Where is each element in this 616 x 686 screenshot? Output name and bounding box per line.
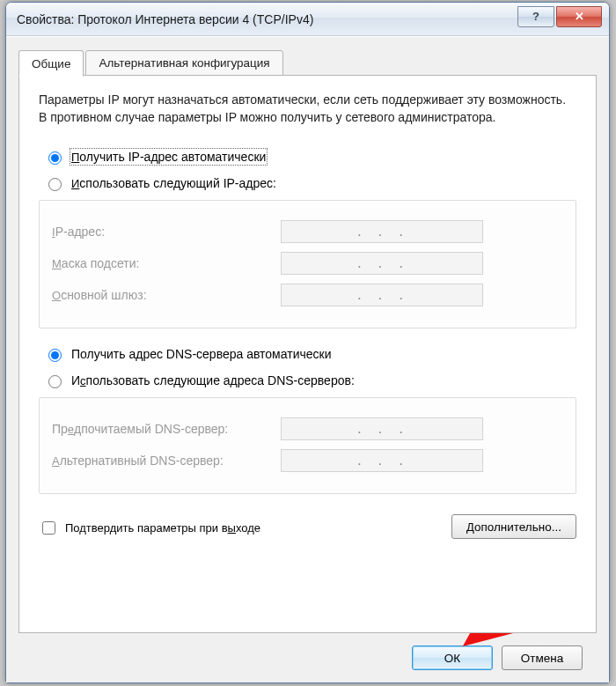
radio-ip-auto-row[interactable]: Получить IP-адрес автоматически	[44, 149, 576, 165]
radio-ip-manual-row[interactable]: Использовать следующий IP-адрес:	[44, 175, 576, 191]
radio-ip-auto[interactable]	[48, 151, 62, 165]
window-title: Свойства: Протокол Интернета версии 4 (T…	[17, 12, 517, 26]
titlebar-buttons: ? ✕	[517, 11, 602, 27]
intro-text: Параметры IP могут назначаться автоматич…	[39, 92, 576, 126]
help-button[interactable]: ?	[517, 6, 554, 27]
field-dns-pref: Предпочитаемый DNS-сервер: . . .	[52, 417, 563, 440]
advanced-button[interactable]: Дополнительно...	[451, 514, 576, 539]
tab-panel-general: Параметры IP могут назначаться автоматич…	[18, 75, 597, 633]
label-mask: Маска подсети:	[52, 256, 281, 270]
radio-dns-auto-row[interactable]: Получить адрес DNS-сервера автоматически	[44, 346, 576, 362]
close-button[interactable]: ✕	[556, 6, 602, 27]
titlebar[interactable]: Свойства: Протокол Интернета версии 4 (T…	[6, 3, 609, 36]
field-ip: IP-адрес: . . .	[52, 220, 563, 243]
label-dns-pref: Предпочитаемый DNS-сервер:	[52, 422, 281, 436]
radio-dns-auto-label: Получить адрес DNS-сервера автоматически	[71, 347, 331, 361]
dialog-window: Свойства: Протокол Интернета версии 4 (T…	[5, 2, 610, 683]
field-dns-alt: Альтернативный DNS-сервер: . . .	[52, 449, 563, 472]
close-icon: ✕	[575, 10, 584, 23]
radio-ip-manual[interactable]	[48, 178, 62, 191]
radio-dns-manual-row[interactable]: Использовать следующие адреса DNS-сервер…	[44, 373, 576, 388]
tab-general[interactable]: Общие	[18, 50, 84, 77]
field-gateway: Основной шлюз: . . .	[52, 284, 563, 306]
dns-fields-group: Предпочитаемый DNS-сервер: . . . Альтерн…	[39, 397, 576, 494]
radio-ip-auto-label: Получить IP-адрес автоматически	[71, 150, 266, 164]
radio-ip-manual-label: Использовать следующий IP-адрес:	[71, 176, 276, 190]
label-dns-alt: Альтернативный DNS-сервер:	[52, 454, 281, 468]
radio-dns-manual-label: Использовать следующие адреса DNS-сервер…	[71, 373, 355, 387]
input-ip: . . .	[281, 220, 483, 243]
radio-dns-manual[interactable]	[48, 375, 62, 388]
ip-fields-group: IP-адрес: . . . Маска подсети: . . . Осн…	[39, 200, 576, 328]
help-icon: ?	[532, 10, 539, 23]
input-dns-alt: . . .	[281, 449, 483, 472]
tab-alternate[interactable]: Альтернативная конфигурация	[85, 50, 282, 76]
label-ip: IP-адрес:	[52, 225, 281, 239]
ok-button[interactable]: ОК	[412, 645, 493, 670]
input-mask: . . .	[281, 252, 483, 275]
radio-dns-auto[interactable]	[48, 349, 62, 362]
input-dns-pref: . . .	[281, 417, 483, 440]
dialog-button-bar: ОК Отмена	[18, 633, 597, 670]
cancel-button[interactable]: Отмена	[502, 645, 583, 670]
tab-strip: Общие Альтернативная конфигурация	[18, 49, 597, 76]
client-area: Общие Альтернативная конфигурация Параме…	[6, 36, 609, 682]
label-gateway: Основной шлюз:	[52, 288, 281, 302]
advanced-row: Дополнительно...	[39, 514, 576, 539]
field-mask: Маска подсети: . . .	[52, 252, 563, 275]
input-gateway: . . .	[281, 284, 483, 306]
